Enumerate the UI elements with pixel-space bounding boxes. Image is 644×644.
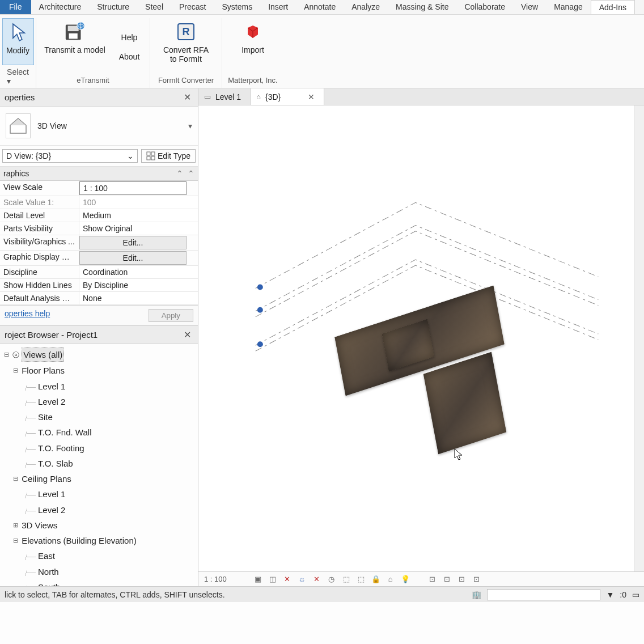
menu-file[interactable]: File [0, 0, 31, 14]
select-dropdown[interactable]: Select ▾ [2, 65, 33, 88]
tree-branch-icon: ⳇ— [24, 380, 35, 393]
select-links-icon[interactable]: ▭ [632, 590, 639, 599]
property-row[interactable]: Graphic Display Op...Edit... [0, 251, 198, 266]
unlock-icon[interactable]: ⌂ [385, 574, 396, 584]
property-value[interactable]: 100 [79, 196, 198, 209]
reveal-constraints-icon[interactable]: ⊡ [457, 574, 467, 584]
property-edit-button[interactable]: Edit... [79, 251, 187, 265]
property-row[interactable]: Visibility/Graphics ...Edit... [0, 235, 198, 251]
tree-leaf[interactable]: ⳇ—Level 1 [2, 486, 198, 502]
menu-add-ins[interactable]: Add-Ins [591, 0, 635, 14]
svg-rect-2 [69, 33, 78, 39]
tree-leaf[interactable]: ⳇ—T.O. Slab [2, 456, 198, 471]
menu-analyze[interactable]: Analyze [344, 0, 388, 14]
show-analytical-icon[interactable]: ⊡ [427, 574, 438, 584]
filter-icon[interactable]: ▼ [606, 590, 614, 599]
apply-button[interactable]: Apply [149, 309, 193, 322]
menu-insert[interactable]: Insert [260, 0, 296, 14]
tree-leaf[interactable]: ⳇ—East [2, 548, 198, 564]
menu-precast[interactable]: Precast [171, 0, 214, 14]
building-model[interactable] [317, 298, 556, 468]
tab-close-icon[interactable]: ✕ [308, 92, 315, 101]
modify-button[interactable]: Modify [2, 18, 34, 65]
tree-leaf[interactable]: ⳇ—Level 2 [2, 502, 198, 518]
property-row[interactable]: View Scale1 : 100 [0, 181, 198, 196]
property-value[interactable]: By Discipline [79, 279, 198, 291]
menu-systems[interactable]: Systems [214, 0, 260, 14]
menu-steel[interactable]: Steel [137, 0, 171, 14]
menu-architecture[interactable]: Architecture [31, 0, 90, 14]
browser-tree: ⊟ ⦾ Views (all) ⊟ Floor Plans ⳇ—Level 1ⳇ… [0, 344, 198, 586]
menu-manage[interactable]: Manage [546, 0, 591, 14]
import-button[interactable]: Import [227, 18, 279, 74]
convert-rfa-button[interactable]: R Convert RFA to FormIt [155, 18, 217, 74]
property-row[interactable]: DisciplineCoordination [0, 266, 198, 279]
menu-view[interactable]: View [513, 0, 546, 14]
tree-ceiling-plans[interactable]: ⊟ Ceiling Plans [2, 471, 198, 486]
crop-region-icon[interactable]: ⬚ [356, 574, 366, 584]
menu-annotate[interactable]: Annotate [296, 0, 344, 14]
property-key: Scale Value 1: [0, 196, 79, 209]
view-scale-button[interactable]: 1 : 100 [204, 575, 227, 583]
tree-leaf[interactable]: ⳇ—T.O. Fnd. Wall [2, 425, 198, 440]
status-search-box[interactable] [487, 589, 600, 600]
sun-path-off-icon[interactable]: ✕ [282, 574, 293, 584]
lock-3d-icon[interactable]: 🔒 [371, 574, 381, 584]
graphics-section-header[interactable]: raphics ⌃ ⌃ [0, 167, 198, 181]
property-value[interactable]: None [79, 292, 198, 304]
about-label[interactable]: About [119, 52, 140, 61]
vertical-scrollbar[interactable] [634, 105, 644, 571]
sun-icon[interactable]: ☼ [297, 574, 307, 584]
type-dropdown-icon[interactable]: ▾ [188, 121, 192, 130]
tree-leaf[interactable]: ⳇ—T.O. Footing [2, 440, 198, 456]
property-value[interactable]: Coordination [79, 266, 198, 278]
property-value[interactable]: Show Original [79, 222, 198, 235]
help-button[interactable]: Help About [113, 18, 145, 74]
formit-icon: R [175, 20, 197, 43]
tree-leaf[interactable]: ⳇ—Level 1 [2, 379, 198, 394]
property-row[interactable]: Parts VisibilityShow Original [0, 222, 198, 235]
selection-count: :0 [620, 590, 626, 599]
visual-style-icon[interactable]: ▣ [253, 574, 263, 584]
tree-leaf[interactable]: ⳇ—Site [2, 409, 198, 425]
menu-collaborate[interactable]: Collaborate [456, 0, 513, 14]
property-row[interactable]: Show Hidden LinesBy Discipline [0, 279, 198, 292]
menu-structure[interactable]: Structure [89, 0, 137, 14]
worksets-icon[interactable]: 🏢 [472, 590, 481, 599]
tree-elevations[interactable]: ⊟ Elevations (Building Elevation) [2, 533, 198, 548]
tree-branch-icon: ⳇ— [24, 410, 35, 423]
model-graphics-icon[interactable]: ◫ [268, 574, 278, 584]
type-name: 3D View [37, 121, 67, 130]
tree-leaf[interactable]: ⳇ—Level 2 [2, 394, 198, 409]
crop-view-icon[interactable]: ⬚ [341, 574, 351, 584]
edit-type-button[interactable]: Edit Type [141, 149, 196, 163]
shadows-off-icon[interactable]: ✕ [312, 574, 322, 584]
property-value[interactable]: 1 : 100 [79, 181, 187, 195]
section-box-icon[interactable]: ⊡ [472, 574, 482, 584]
properties-close-button[interactable]: ✕ [181, 92, 193, 103]
tree-floor-plans[interactable]: ⊟ Floor Plans [2, 363, 198, 378]
transmit-model-button[interactable]: Transmit a model [41, 18, 109, 74]
property-value[interactable]: Medium [79, 209, 198, 222]
browser-close-button[interactable]: ✕ [181, 329, 193, 340]
menu-massing-site[interactable]: Massing & Site [388, 0, 456, 14]
formit-group-label: FormIt Converter [158, 74, 214, 88]
property-row[interactable]: Default Analysis Di...None [0, 292, 198, 305]
properties-help-link[interactable]: operties help [5, 309, 50, 322]
tab-3d[interactable]: ⌂ {3D} ✕ [251, 88, 324, 105]
instance-combo[interactable]: D View: {3D}⌄ [2, 149, 138, 163]
property-row[interactable]: Scale Value 1:100 [0, 196, 198, 209]
tree-leaf[interactable]: ⳇ—South [2, 579, 198, 586]
property-edit-button[interactable]: Edit... [79, 236, 187, 249]
tree-views-all[interactable]: ⊟ ⦾ Views (all) [2, 346, 198, 363]
tab-level1[interactable]: ▭ Level 1 [198, 88, 251, 105]
tree-3d-views[interactable]: ⊞ 3D Views [2, 518, 198, 533]
rendering-icon[interactable]: ◷ [327, 574, 337, 584]
canvas-3d[interactable] [198, 105, 644, 571]
highlight-icon[interactable]: ⊡ [442, 574, 452, 584]
type-selector[interactable]: 3D View ▾ [0, 107, 198, 146]
temporary-hide-icon[interactable]: 💡 [400, 574, 410, 584]
tree-leaf[interactable]: ⳇ—North [2, 564, 198, 579]
property-row[interactable]: Detail LevelMedium [0, 209, 198, 222]
edit-type-label: Edit Type [158, 151, 190, 160]
